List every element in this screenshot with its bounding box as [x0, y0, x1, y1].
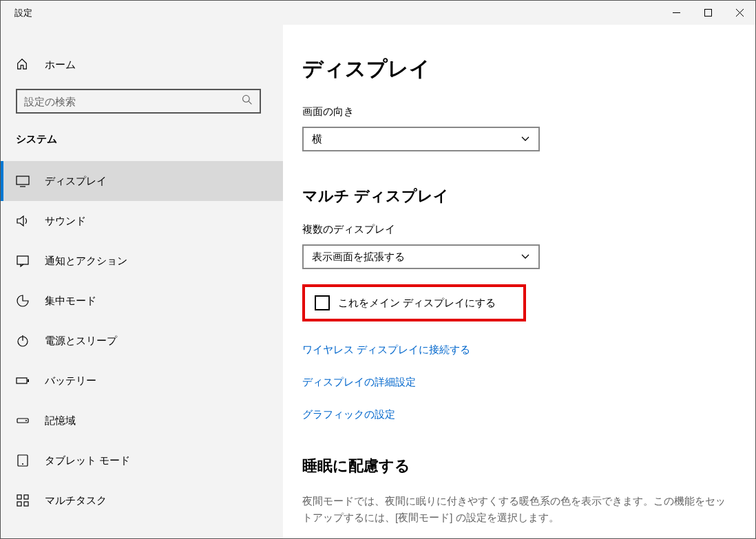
sidebar-item-multitask[interactable]: マルチタスク	[1, 480, 283, 520]
sidebar-item-label: 集中モード	[45, 295, 96, 308]
notifications-icon	[16, 254, 30, 268]
svg-rect-20	[24, 502, 28, 506]
window-title: 設定	[1, 7, 32, 19]
sidebar-item-label: ディスプレイ	[45, 175, 107, 188]
svg-rect-12	[28, 379, 29, 382]
sidebar-item-storage[interactable]: 記憶域	[1, 401, 283, 441]
svg-rect-1	[704, 10, 711, 17]
search-input[interactable]	[16, 89, 261, 114]
maximize-button[interactable]	[692, 1, 724, 25]
close-button[interactable]	[724, 1, 755, 25]
sound-icon	[16, 214, 30, 228]
multi-display-value: 表示画面を拡張する	[312, 251, 405, 264]
svg-rect-19	[17, 502, 21, 506]
display-icon	[16, 174, 30, 188]
category-label: システム	[1, 126, 283, 161]
sleep-description: 夜間モードでは、夜間に眠りに付きやすくする暖色系の色を表示できます。この機能をセ…	[302, 493, 728, 526]
sidebar-item-battery[interactable]: バッテリー	[1, 361, 283, 401]
sleep-heading: 睡眠に配慮する	[302, 456, 728, 476]
home-label: ホーム	[45, 59, 76, 72]
sidebar-item-label: サウンド	[45, 215, 86, 228]
advanced-display-link[interactable]: ディスプレイの詳細設定	[302, 376, 728, 389]
svg-point-4	[243, 96, 250, 103]
chevron-down-icon	[521, 251, 530, 263]
sidebar-item-label: マルチタスク	[45, 494, 107, 507]
orientation-dropdown[interactable]: 横	[302, 127, 540, 151]
multi-display-heading: マルチ ディスプレイ	[302, 186, 728, 207]
sidebar: ホーム システム ディスプレイ サウンド	[1, 25, 283, 538]
main-display-checkbox[interactable]: これをメイン ディスプレイにする	[315, 295, 496, 310]
tablet-icon	[16, 454, 30, 467]
orientation-value: 横	[312, 133, 322, 146]
svg-line-5	[249, 101, 251, 104]
sidebar-item-label: 通知とアクション	[45, 255, 127, 268]
sidebar-item-label: 電源とスリープ	[45, 335, 117, 348]
checkbox-label: これをメイン ディスプレイにする	[338, 297, 496, 310]
home-link[interactable]: ホーム	[1, 52, 283, 78]
svg-rect-8	[17, 256, 28, 264]
focus-icon	[16, 294, 30, 308]
svg-rect-18	[24, 495, 28, 499]
sidebar-item-label: 記憶域	[45, 414, 76, 427]
power-icon	[16, 334, 30, 348]
sidebar-item-notifications[interactable]: 通知とアクション	[1, 241, 283, 281]
sidebar-item-label: タブレット モード	[45, 454, 130, 467]
content-area: ディスプレイ 画面の向き 横 マルチ ディスプレイ 複数のディスプレイ 表示画面…	[283, 25, 755, 538]
search-icon	[242, 94, 253, 108]
graphics-settings-link[interactable]: グラフィックの設定	[302, 408, 728, 421]
orientation-label: 画面の向き	[302, 105, 728, 118]
storage-icon	[16, 414, 30, 427]
sidebar-item-tablet[interactable]: タブレット モード	[1, 441, 283, 480]
checkbox-box	[315, 295, 330, 310]
svg-point-16	[22, 463, 23, 465]
multi-display-dropdown[interactable]: 表示画面を拡張する	[302, 244, 540, 269]
titlebar: 設定	[1, 1, 755, 25]
minimize-button[interactable]	[660, 1, 692, 25]
search-field[interactable]	[24, 96, 242, 107]
sidebar-item-power[interactable]: 電源とスリープ	[1, 321, 283, 361]
svg-rect-11	[17, 378, 27, 383]
sidebar-item-sound[interactable]: サウンド	[1, 201, 283, 241]
wireless-display-link[interactable]: ワイヤレス ディスプレイに接続する	[302, 344, 728, 357]
svg-rect-17	[17, 495, 21, 499]
main-display-highlight: これをメイン ディスプレイにする	[302, 284, 526, 321]
home-icon	[16, 58, 30, 72]
sidebar-item-label: バッテリー	[45, 374, 96, 388]
svg-rect-6	[17, 176, 29, 184]
battery-icon	[16, 374, 30, 388]
sidebar-item-focus[interactable]: 集中モード	[1, 281, 283, 321]
svg-point-14	[25, 420, 27, 421]
page-title: ディスプレイ	[302, 55, 728, 83]
window-controls	[660, 1, 755, 25]
multitask-icon	[16, 494, 30, 507]
multi-display-label: 複数のディスプレイ	[302, 223, 728, 236]
chevron-down-icon	[521, 134, 530, 145]
sidebar-item-display[interactable]: ディスプレイ	[1, 161, 283, 201]
